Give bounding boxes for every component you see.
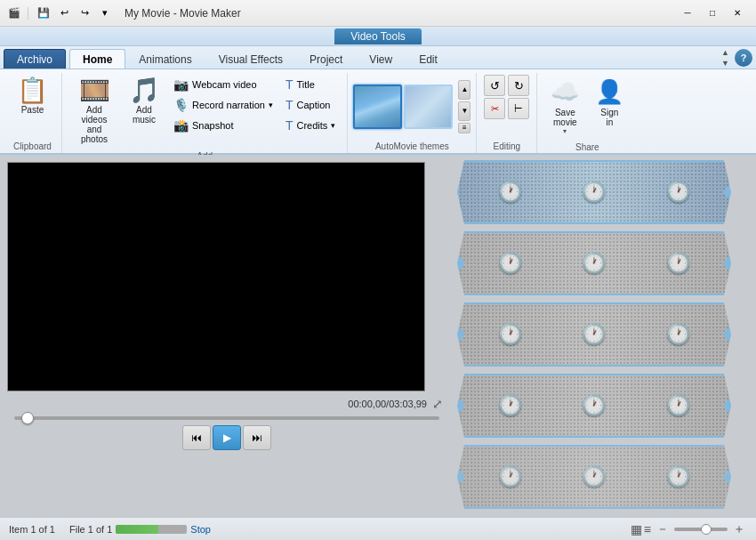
ribbon-up-arrow[interactable]: ▲	[721, 47, 729, 58]
clock-icon-5c: 🕐	[666, 465, 690, 488]
timeline-view-icon[interactable]: ≡	[644, 522, 651, 536]
clipboard-label: Clipboard	[11, 140, 54, 153]
time-row: 00:00,00/03:03,99 ⤢	[7, 397, 446, 411]
zoom-in-btn[interactable]: ＋	[731, 521, 747, 537]
automovie-group: ▲ ▼ ≡ AutoMovie themes	[348, 73, 477, 153]
ribbon-down-arrow[interactable]: ▼	[721, 58, 729, 69]
film-content-4: 🕐 🕐 🕐	[459, 375, 729, 436]
clock-icon-3c: 🕐	[666, 323, 690, 346]
credits-icon: T	[286, 118, 294, 133]
progress-thumb[interactable]	[21, 412, 34, 424]
play-button[interactable]: ▶	[213, 425, 241, 450]
separator	[28, 7, 28, 20]
film-strip-1[interactable]: 🕐 🕐 🕐	[457, 160, 731, 224]
controls-row: ⏮ ▶ ⏭	[7, 425, 446, 450]
undo-btn[interactable]: ↩	[55, 4, 73, 22]
tab-project[interactable]: Project	[296, 49, 356, 69]
automovie-content: ▲ ▼ ≡	[353, 75, 470, 138]
add-group: 🎞️ Add videos and photos 🎵 Add music 📷 W…	[62, 73, 348, 153]
save-movie-button[interactable]: ☁️ Save movie ▾	[544, 75, 585, 139]
credits-button[interactable]: T Credits ▾	[281, 116, 340, 135]
clock-icon-4c: 🕐	[666, 394, 690, 417]
film-content-5: 🕐 🕐 🕐	[459, 447, 729, 507]
strip-notch-right-4	[723, 397, 730, 415]
redo-btn[interactable]: ↪	[76, 4, 93, 22]
ribbon-scroll: ▲ ▼	[720, 47, 731, 69]
caption-icon: T	[286, 98, 294, 112]
strip-notch-left-4	[458, 397, 465, 415]
rewind-button[interactable]: ⏮	[182, 425, 211, 450]
theme-list	[353, 85, 453, 129]
theme-row	[353, 85, 453, 129]
snapshot-button[interactable]: 📸 Snapshot	[169, 116, 277, 135]
record-narration-button[interactable]: 🎙️ Record narration ▾	[169, 95, 277, 115]
split-btn[interactable]: ⊢	[508, 98, 529, 119]
editing-label: Editing	[484, 140, 529, 153]
tab-home[interactable]: Home	[69, 49, 125, 69]
app-icon: 🎬	[7, 6, 21, 20]
storyboard-view-icon[interactable]: ▦	[631, 522, 642, 536]
rotate-right-btn[interactable]: ↻	[508, 75, 529, 96]
progress-track[interactable]	[14, 416, 439, 420]
strip-notch-left-3	[458, 326, 465, 343]
video-preview[interactable]	[7, 162, 425, 391]
save-movie-dropdown[interactable]: ▾	[563, 127, 567, 135]
clipboard-group: 📋 Paste Clipboard	[4, 73, 62, 153]
theme-more[interactable]: ≡	[458, 123, 470, 133]
tab-archivo[interactable]: Archivo	[4, 49, 66, 69]
trim-btn[interactable]: ✂	[484, 98, 505, 119]
add-videos-button[interactable]: 🎞️ Add videos and photos	[69, 75, 119, 148]
rotate-left-btn[interactable]: ↺	[484, 75, 505, 96]
automovie-label: AutoMovie themes	[353, 140, 470, 153]
step-forward-button[interactable]: ⏭	[243, 425, 271, 450]
film-strip-3[interactable]: 🕐 🕐 🕐	[457, 302, 731, 367]
clock-icon-5a: 🕐	[498, 465, 522, 488]
close-button[interactable]: ✕	[726, 4, 749, 22]
theme-scroll-down[interactable]: ▼	[458, 101, 470, 121]
editing-icons: ↺ ↻ ✂ ⊢	[484, 75, 529, 119]
tab-animations[interactable]: Animations	[125, 49, 205, 69]
title-bar: 🎬 💾 ↩ ↪ ▾ My Movie - Movie Maker ─ □ ✕	[0, 0, 756, 27]
zoom-thumb[interactable]	[701, 524, 712, 535]
clock-icon-1c: 🕐	[666, 181, 690, 204]
caption-button[interactable]: T Caption	[281, 95, 340, 115]
dropdown-arrow[interactable]: ▾	[96, 4, 114, 22]
save-quick-btn[interactable]: 💾	[35, 4, 52, 22]
quick-access-toolbar: 💾 ↩ ↪ ▾	[35, 4, 114, 22]
theme-blue[interactable]	[404, 85, 453, 129]
tab-visual-effects[interactable]: Visual Effects	[205, 49, 296, 69]
minimize-button[interactable]: ─	[676, 4, 699, 22]
narration-dropdown[interactable]: ▾	[269, 101, 273, 109]
zoom-out-btn[interactable]: －	[655, 521, 671, 537]
tab-edit[interactable]: Edit	[406, 49, 451, 69]
tab-view[interactable]: View	[356, 49, 406, 69]
storyboard-scroll[interactable]: 🕐 🕐 🕐 🕐 🕐 🕐	[454, 155, 756, 517]
title-button[interactable]: T Title	[281, 75, 340, 94]
webcam-video-button[interactable]: 📷 Webcam video	[169, 75, 277, 94]
theme-scroll-up[interactable]: ▲	[458, 80, 470, 100]
item-count: Item 1 of 1	[9, 524, 55, 535]
film-strip-2[interactable]: 🕐 🕐 🕐	[457, 231, 731, 295]
help-button[interactable]: ?	[735, 49, 752, 67]
share-content: ☁️ Save movie ▾ 👤 Sign in	[544, 75, 630, 139]
text-btns: T Title T Caption T Credits ▾	[281, 75, 340, 135]
video-tools-bar: Video Tools	[0, 27, 756, 46]
narration-icon: 🎙️	[173, 98, 189, 112]
film-strip-4[interactable]: 🕐 🕐 🕐	[457, 374, 731, 438]
theme-landscape[interactable]	[353, 85, 402, 129]
expand-icon[interactable]: ⤢	[432, 397, 443, 411]
file-progress-bar	[116, 525, 187, 534]
zoom-slider[interactable]	[674, 528, 728, 531]
maximize-button[interactable]: □	[701, 4, 724, 22]
webcam-icon: 📷	[173, 77, 189, 92]
strip-notch-right-3	[723, 326, 730, 343]
film-content-3: 🕐 🕐 🕐	[459, 304, 729, 365]
sign-in-button[interactable]: 👤 Sign in	[589, 75, 630, 131]
time-code: 00:00,00/03:03,99	[348, 399, 427, 409]
film-strip-5[interactable]: 🕐 🕐 🕐	[457, 445, 731, 509]
window-controls: ─ □ ✕	[676, 4, 749, 22]
paste-button[interactable]: 📋 Paste	[11, 75, 54, 118]
credits-dropdown[interactable]: ▾	[331, 121, 335, 130]
add-music-button[interactable]: 🎵 Add music	[123, 75, 165, 128]
rotate-left-group: ↺ ↻ ✂ ⊢	[484, 75, 529, 119]
